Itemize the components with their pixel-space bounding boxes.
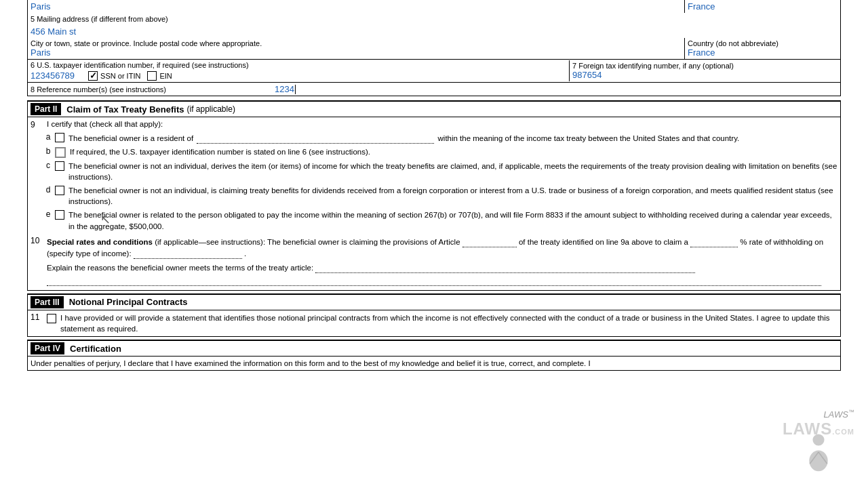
item9d-checkbox[interactable]	[55, 186, 64, 195]
ref-value: 1234	[275, 84, 294, 94]
foreign-tax-label: 7 Foreign tax identifying number, if any…	[572, 62, 837, 70]
part2-header: Part II	[31, 103, 61, 115]
item9b-checkbox[interactable]	[55, 147, 66, 158]
city-top-value: Paris	[31, 1, 682, 12]
tin-value: 123456789	[31, 70, 75, 81]
item10-label: 10	[31, 236, 47, 245]
part3-title: Notional Principal Contracts	[69, 297, 188, 307]
city-label: City or town, state or province. Include…	[31, 39, 682, 47]
item9b-letter: b	[41, 146, 55, 156]
item9-text: I certify that (check all that apply):	[47, 120, 163, 128]
item9a-checkbox[interactable]	[55, 133, 64, 142]
part2-title: Claim of Tax Treaty Benefits	[66, 104, 184, 115]
country-label: Country (do not abbreviate)	[688, 39, 837, 47]
item10-explain: Explain the reasons the beneficial owner…	[47, 262, 837, 273]
item9e-letter: e	[41, 209, 55, 219]
country-top-value: France	[688, 1, 837, 12]
part4-title: Certification	[70, 344, 121, 354]
ein-label: EIN	[159, 72, 172, 80]
item9a-text: The beneficial owner is a resident of wi…	[68, 132, 837, 144]
tin-label: 6 U.S. taxpayer identification number, i…	[31, 61, 566, 69]
watermark: LAWS™ LAWS.COM	[783, 409, 854, 474]
ssn-label: SSN or ITIN	[100, 72, 140, 80]
item9c-checkbox[interactable]	[55, 161, 64, 171]
ssn-checkbox[interactable]: ✓ SSN or ITIN	[88, 71, 140, 81]
item9e-text: The beneficial owner is related to the p…	[68, 209, 837, 231]
item9-label: 9	[31, 120, 47, 129]
person-icon	[802, 432, 835, 472]
foreign-tax-value: 987654	[572, 70, 837, 80]
part4-text: Under penalties of perjury, I declare th…	[31, 359, 591, 367]
mailing-value: 456 Main st	[31, 26, 76, 37]
part2-subtitle: (if applicable)	[187, 104, 235, 114]
country-fill: France	[688, 47, 837, 58]
part3-header: Part III	[31, 296, 64, 308]
item9c-text: The beneficial owner is not an individua…	[68, 161, 837, 182]
part4-header: Part IV	[31, 342, 64, 354]
mailing-label: 5 Mailing address (if different from abo…	[31, 15, 168, 23]
item11-checkbox[interactable]	[47, 314, 56, 323]
item11-text: I have provided or will provide a statem…	[60, 312, 837, 334]
ein-checkbox[interactable]: EIN	[147, 71, 172, 81]
item9d-text: The beneficial owner is not an individua…	[68, 185, 837, 207]
city-fill: Paris	[31, 47, 682, 58]
item9c-letter: c	[41, 161, 55, 170]
item9a-letter: a	[41, 132, 55, 142]
item11-label: 11	[31, 312, 47, 322]
item9b-text: If required, the U.S. taxpayer identific…	[70, 146, 837, 157]
item10-text: Special rates and conditions (if applica…	[47, 236, 837, 259]
ref-label: 8 Reference number(s) (see instructions)	[31, 85, 166, 94]
item9e-checkbox[interactable]	[55, 210, 64, 220]
svg-point-0	[812, 434, 824, 445]
item9d-letter: d	[41, 185, 55, 195]
